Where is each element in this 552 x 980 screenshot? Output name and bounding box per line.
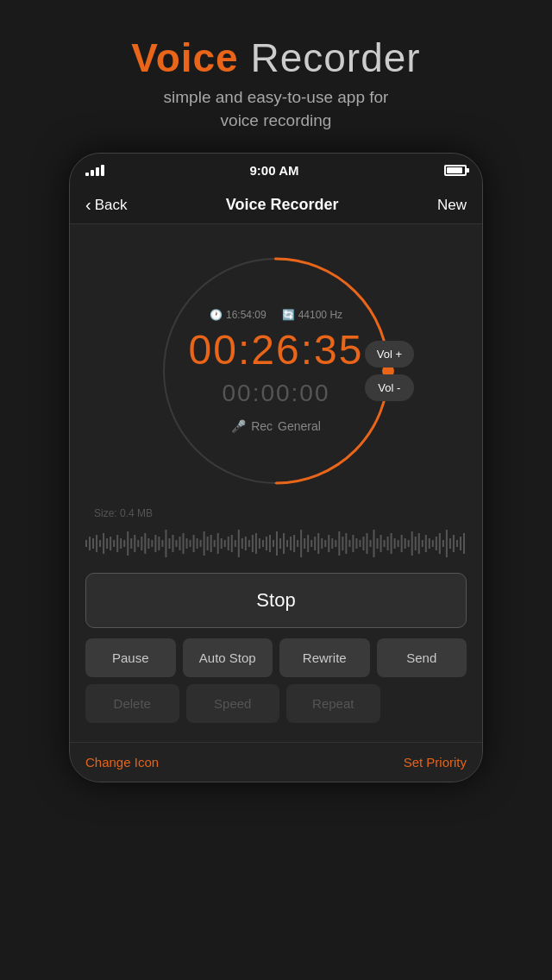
svg-rect-93 bbox=[398, 540, 399, 547]
svg-rect-75 bbox=[335, 540, 336, 547]
svg-rect-67 bbox=[307, 535, 309, 552]
send-button[interactable]: Send bbox=[377, 638, 467, 677]
svg-rect-56 bbox=[269, 535, 271, 552]
timer-circle: 🕐 16:54:09 🔄 44100 Hz 00:26:35 00:00:00 … bbox=[147, 242, 405, 500]
svg-rect-106 bbox=[442, 540, 444, 547]
svg-rect-53 bbox=[259, 538, 260, 549]
bottom-bar: Change Icon Set Priority bbox=[70, 742, 482, 782]
svg-rect-86 bbox=[373, 530, 375, 557]
svg-rect-80 bbox=[352, 535, 354, 552]
svg-rect-68 bbox=[310, 540, 312, 547]
svg-rect-78 bbox=[345, 533, 347, 554]
vol-buttons: Vol + Vol - bbox=[365, 341, 414, 401]
time-secondary: 00:00:00 bbox=[223, 380, 330, 407]
header-text: Voice Recorder simple and easy-to-use ap… bbox=[131, 35, 420, 132]
svg-rect-97 bbox=[411, 531, 413, 556]
svg-rect-52 bbox=[255, 533, 257, 554]
svg-rect-49 bbox=[245, 537, 247, 550]
svg-rect-28 bbox=[172, 535, 173, 552]
svg-rect-21 bbox=[147, 538, 149, 549]
nav-title: Voice Recorder bbox=[226, 196, 339, 214]
svg-rect-44 bbox=[228, 537, 229, 550]
svg-rect-30 bbox=[179, 537, 180, 550]
title-orange: Voice bbox=[131, 35, 238, 80]
circle-meta: 🕐 16:54:09 🔄 44100 Hz bbox=[210, 309, 342, 321]
svg-rect-54 bbox=[262, 540, 264, 547]
svg-rect-41 bbox=[217, 533, 219, 554]
svg-rect-99 bbox=[418, 533, 420, 554]
repeat-button[interactable]: Repeat bbox=[286, 684, 380, 723]
svg-rect-57 bbox=[273, 540, 274, 547]
svg-rect-79 bbox=[348, 540, 350, 547]
action-row-1: Pause Auto Stop Rewrite Send bbox=[85, 638, 467, 677]
speed-button[interactable]: Speed bbox=[186, 684, 280, 723]
svg-rect-94 bbox=[401, 535, 403, 552]
svg-rect-7 bbox=[99, 540, 101, 547]
svg-rect-13 bbox=[120, 538, 122, 549]
svg-rect-60 bbox=[283, 533, 285, 554]
svg-rect-42 bbox=[221, 538, 223, 549]
clock-icon: 🕐 bbox=[210, 309, 223, 321]
svg-rect-104 bbox=[436, 537, 437, 550]
nav-bar: ‹ Back Voice Recorder New bbox=[70, 186, 482, 224]
svg-rect-100 bbox=[422, 540, 423, 547]
svg-rect-25 bbox=[161, 540, 163, 547]
svg-rect-76 bbox=[338, 531, 340, 556]
svg-rect-81 bbox=[355, 538, 357, 549]
svg-rect-66 bbox=[304, 538, 305, 549]
waveform-bars bbox=[85, 530, 465, 557]
battery-icon bbox=[444, 165, 467, 176]
svg-rect-112 bbox=[463, 533, 465, 554]
svg-rect-27 bbox=[168, 538, 170, 549]
svg-rect-8 bbox=[103, 533, 104, 554]
change-icon-link[interactable]: Change Icon bbox=[85, 755, 159, 770]
mic-icon: 🎤 bbox=[231, 419, 246, 433]
action-row-2: Delete Speed Repeat bbox=[85, 684, 467, 723]
svg-rect-26 bbox=[165, 530, 166, 557]
svg-rect-18 bbox=[137, 540, 139, 547]
svg-rect-46 bbox=[235, 540, 236, 547]
svg-rect-96 bbox=[408, 540, 410, 547]
svg-rect-63 bbox=[293, 535, 295, 552]
status-time: 9:00 AM bbox=[250, 163, 299, 178]
svg-rect-16 bbox=[130, 538, 132, 549]
svg-rect-107 bbox=[446, 530, 448, 557]
svg-rect-92 bbox=[394, 538, 396, 549]
svg-rect-85 bbox=[369, 540, 371, 547]
new-button[interactable]: New bbox=[437, 197, 467, 214]
svg-rect-19 bbox=[141, 537, 142, 550]
circle-label: 🎤 Rec General bbox=[231, 419, 321, 433]
svg-rect-20 bbox=[144, 533, 146, 554]
svg-rect-15 bbox=[127, 531, 129, 556]
svg-rect-74 bbox=[331, 538, 333, 549]
svg-rect-108 bbox=[449, 538, 451, 549]
svg-rect-73 bbox=[328, 535, 329, 552]
auto-stop-button[interactable]: Auto Stop bbox=[183, 638, 273, 677]
svg-rect-38 bbox=[207, 537, 209, 550]
svg-rect-58 bbox=[276, 531, 278, 556]
svg-rect-43 bbox=[224, 540, 226, 547]
vol-minus-button[interactable]: Vol - bbox=[365, 374, 414, 401]
svg-rect-82 bbox=[359, 540, 361, 547]
svg-rect-105 bbox=[439, 533, 441, 554]
svg-rect-35 bbox=[197, 538, 198, 549]
delete-button[interactable]: Delete bbox=[85, 684, 179, 723]
header-title: Voice Recorder bbox=[131, 35, 420, 81]
svg-rect-103 bbox=[432, 540, 434, 547]
svg-rect-29 bbox=[175, 540, 177, 547]
svg-rect-72 bbox=[324, 540, 326, 547]
rewrite-button[interactable]: Rewrite bbox=[279, 638, 370, 677]
svg-rect-12 bbox=[116, 535, 118, 552]
pause-button[interactable]: Pause bbox=[85, 638, 176, 677]
svg-rect-6 bbox=[96, 535, 97, 552]
chevron-left-icon: ‹ bbox=[85, 195, 91, 215]
svg-rect-45 bbox=[231, 535, 233, 552]
svg-rect-34 bbox=[193, 535, 195, 552]
vol-plus-button[interactable]: Vol + bbox=[365, 341, 414, 368]
svg-rect-88 bbox=[380, 535, 382, 552]
stop-button[interactable]: Stop bbox=[85, 573, 467, 628]
status-bar: 9:00 AM bbox=[70, 154, 482, 186]
back-button[interactable]: ‹ Back bbox=[85, 195, 127, 215]
title-rest: Recorder bbox=[239, 35, 421, 80]
set-priority-link[interactable]: Set Priority bbox=[404, 755, 467, 770]
